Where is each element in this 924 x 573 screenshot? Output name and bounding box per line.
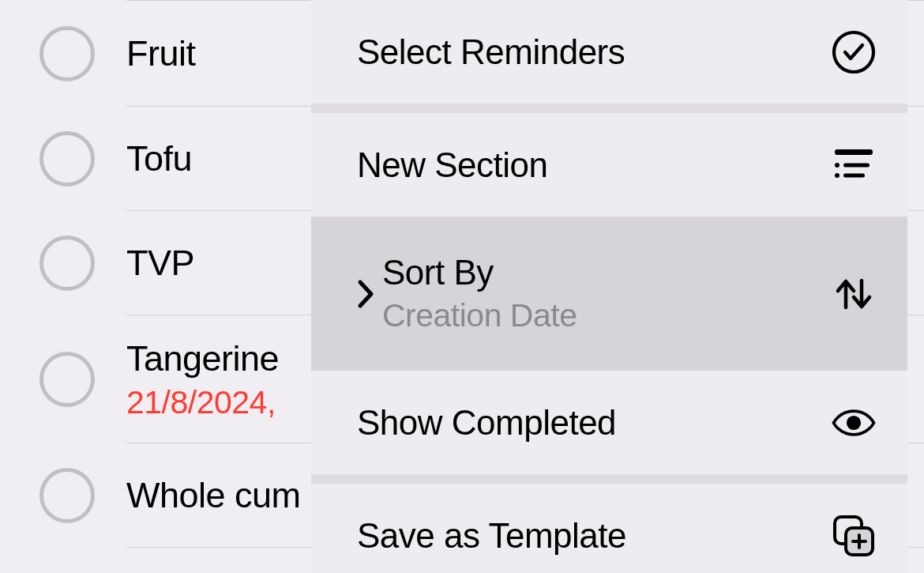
checkbox-circle-icon[interactable] xyxy=(39,26,95,81)
menu-label: New Section xyxy=(357,145,832,185)
svg-point-0 xyxy=(834,32,873,72)
duplicate-plus-icon xyxy=(832,514,876,558)
checkbox-circle-icon[interactable] xyxy=(39,352,95,407)
menu-save-as-template[interactable]: Save as Template xyxy=(311,484,907,573)
sort-arrows-icon xyxy=(832,272,876,316)
checkbox-circle-icon[interactable] xyxy=(39,236,95,291)
reminder-label: Tofu xyxy=(126,138,192,179)
menu-label: Select Reminders xyxy=(357,32,832,72)
reminder-date: 21/8/2024, xyxy=(126,384,279,421)
menu-sublabel: Creation Date xyxy=(382,297,832,334)
chevron-right-icon xyxy=(357,279,374,309)
menu-show-completed[interactable]: Show Completed xyxy=(311,371,907,474)
reminder-label: Tangerine xyxy=(126,338,279,379)
svg-point-2 xyxy=(835,163,839,168)
menu-divider xyxy=(311,474,907,484)
checkbox-circle-icon[interactable] xyxy=(39,468,95,523)
reminder-text: Fruit xyxy=(126,33,196,74)
reminder-text: TVP xyxy=(126,243,194,284)
list-icon xyxy=(832,143,876,187)
menu-label: Sort By xyxy=(382,253,832,292)
reminder-text: Whole cum xyxy=(126,475,301,516)
reminder-label: Fruit xyxy=(126,33,196,74)
svg-rect-3 xyxy=(843,163,870,167)
reminder-text: Tangerine 21/8/2024, xyxy=(126,338,279,421)
menu-new-section[interactable]: New Section xyxy=(311,113,907,217)
menu-label: Show Completed xyxy=(357,403,832,443)
menu-select-reminders[interactable]: Select Reminders xyxy=(311,0,907,104)
checkmark-circle-icon xyxy=(832,30,876,74)
svg-point-6 xyxy=(847,415,861,429)
reminder-text: Tofu xyxy=(126,138,192,179)
svg-rect-1 xyxy=(835,149,873,155)
svg-rect-5 xyxy=(843,173,865,177)
menu-divider xyxy=(311,104,907,113)
reminder-label: TVP xyxy=(126,243,194,284)
menu-sort-by[interactable]: Sort By Creation Date xyxy=(311,217,907,370)
context-menu: Select Reminders New Section xyxy=(311,0,907,573)
menu-label: Save as Template xyxy=(357,516,832,556)
reminder-label: Whole cum xyxy=(126,475,301,516)
eye-icon xyxy=(832,401,876,445)
checkbox-circle-icon[interactable] xyxy=(39,131,95,187)
svg-point-4 xyxy=(835,173,839,178)
